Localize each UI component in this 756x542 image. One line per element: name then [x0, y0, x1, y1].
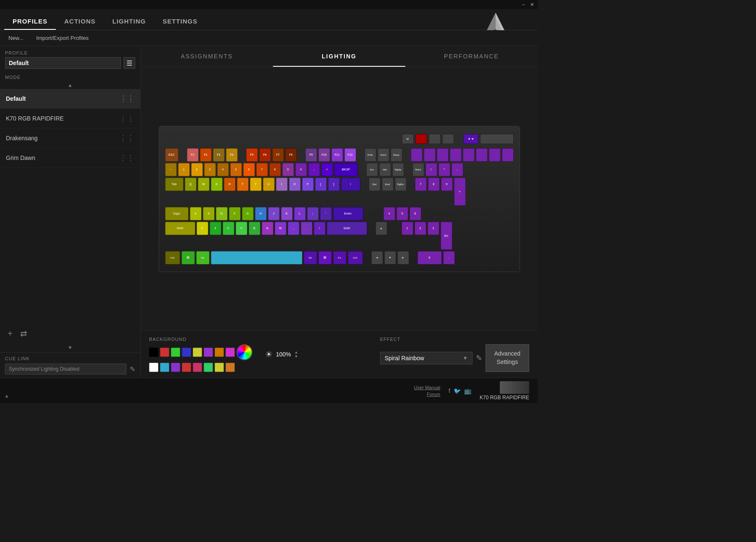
key-fn[interactable]: Fn — [333, 251, 346, 264]
key-y[interactable]: Y — [250, 178, 262, 191]
key-right[interactable]: ► — [397, 251, 409, 264]
key-del[interactable]: Del — [369, 178, 381, 191]
key-extra7[interactable] — [489, 148, 501, 162]
key-6[interactable]: 6 — [243, 163, 255, 176]
key-d[interactable]: D — [216, 207, 228, 220]
key-lctrl[interactable]: Ctrl — [165, 251, 180, 264]
key-w[interactable]: W — [198, 178, 210, 191]
tab-performance[interactable]: PERFORMANCE — [405, 46, 538, 67]
key-z[interactable]: Z — [197, 222, 208, 235]
key-num4[interactable]: 4 — [383, 207, 395, 220]
key-2[interactable]: 2 — [191, 163, 203, 176]
swatch-yellow2[interactable] — [215, 363, 224, 372]
key-quote[interactable]: ' — [320, 207, 332, 220]
user-manual-link[interactable]: User Manual — [414, 385, 440, 390]
add-profile-button[interactable]: ＋ — [6, 327, 14, 339]
key-f11[interactable]: F11 — [331, 148, 343, 162]
advanced-settings-button[interactable]: AdvancedSettings — [486, 344, 529, 372]
key-j[interactable]: J — [268, 207, 280, 220]
key-extra1[interactable] — [411, 148, 423, 162]
swatch-lime[interactable] — [204, 363, 213, 372]
key-pgdn[interactable]: PgDn — [395, 178, 407, 191]
facebook-icon[interactable]: f — [449, 388, 450, 394]
key-vol-down[interactable]: ◄◄ — [463, 134, 478, 144]
key-4[interactable]: 4 — [217, 163, 229, 176]
key-num-enter[interactable]: En — [441, 222, 452, 250]
swatch-violet[interactable] — [171, 363, 180, 372]
key-u[interactable]: U — [263, 178, 275, 191]
key-7[interactable]: 7 — [256, 163, 268, 176]
key-num1[interactable]: 1 — [402, 222, 413, 235]
key-m[interactable]: M — [275, 222, 286, 235]
key-num-div[interactable]: / — [425, 163, 437, 176]
key-ctrl2[interactable] — [442, 134, 454, 144]
scroll-down-button[interactable]: ▼ — [0, 343, 140, 352]
tab-assignments[interactable]: ASSIGNMENTS — [141, 46, 273, 67]
key-rctrl[interactable]: Ctrl — [348, 251, 363, 264]
key-n[interactable]: N — [262, 222, 273, 235]
key-pgup[interactable]: PgUp — [392, 163, 404, 176]
key-ralt[interactable]: Alt — [304, 251, 317, 264]
key-equals[interactable]: = — [321, 163, 333, 176]
key-end[interactable]: End — [382, 178, 394, 191]
key-q[interactable]: Q — [185, 178, 197, 191]
swatch-rose[interactable] — [193, 363, 202, 372]
key-f3[interactable]: F3 — [213, 148, 225, 162]
key-vol-slider[interactable] — [480, 134, 514, 144]
swatch-white[interactable] — [149, 363, 158, 372]
swatch-yellow[interactable] — [193, 348, 202, 357]
key-extra5[interactable] — [463, 148, 475, 162]
swatch-red2[interactable] — [182, 363, 191, 372]
swatch-pink[interactable] — [226, 348, 235, 357]
key-tilde[interactable]: ~ — [165, 163, 177, 176]
key-num0[interactable]: 0 — [417, 251, 442, 264]
key-rshift[interactable]: Shift — [327, 222, 367, 235]
profile-item-default[interactable]: Default ⋮⋮ — [0, 89, 140, 109]
profile-item-grimdawn[interactable]: Grim Dawn ⋮⋮ — [0, 148, 140, 168]
twitter-icon[interactable]: 🐦 — [454, 388, 461, 394]
key-f6[interactable]: F6 — [259, 148, 271, 162]
key-f4[interactable]: F4 — [226, 148, 238, 162]
key-comma[interactable]: , — [288, 222, 299, 235]
key-i[interactable]: I — [276, 178, 288, 191]
key-h[interactable]: H — [255, 207, 267, 220]
key-prtsc[interactable]: PrtSc — [365, 148, 376, 162]
key-1[interactable]: 1 — [178, 163, 190, 176]
key-s[interactable]: S — [203, 207, 215, 220]
key-scrlk[interactable]: ScrLk — [378, 148, 389, 162]
key-f[interactable]: F — [229, 207, 241, 220]
key-tab[interactable]: Tab — [165, 178, 184, 191]
key-extra2[interactable] — [424, 148, 436, 162]
key-num3[interactable]: 3 — [428, 222, 439, 235]
key-lalt[interactable]: Alt — [196, 251, 210, 264]
key-up[interactable]: ▲ — [375, 222, 387, 235]
key-c[interactable]: C — [223, 222, 234, 235]
key-num-sub[interactable]: - — [452, 163, 463, 176]
profile-dropdown[interactable]: Default — [5, 57, 121, 69]
key-3[interactable]: 3 — [204, 163, 216, 176]
key-r[interactable]: R — [224, 178, 236, 191]
key-num-add[interactable]: + — [454, 178, 466, 206]
key-x[interactable]: X — [210, 222, 221, 235]
key-extra8[interactable] — [502, 148, 514, 162]
swatch-red[interactable] — [160, 348, 169, 357]
key-esc[interactable]: ESC — [165, 148, 178, 162]
key-g[interactable]: G — [242, 207, 254, 220]
key-backspace[interactable]: BKSP — [334, 163, 358, 176]
key-t[interactable]: T — [237, 178, 249, 191]
key-capslock[interactable]: Caps — [165, 207, 189, 220]
key-o[interactable]: O — [289, 178, 301, 191]
key-lshift[interactable]: Shift — [165, 222, 195, 235]
key-num7[interactable]: 7 — [415, 178, 427, 191]
key-num-dot[interactable]: . — [443, 251, 455, 264]
key-lwin[interactable]: ⊞ — [181, 251, 195, 264]
brightness-up-button[interactable]: ▲ — [294, 351, 298, 354]
key-down[interactable]: ▼ — [384, 251, 396, 264]
key-8[interactable]: 8 — [269, 163, 281, 176]
key-rwin[interactable]: ⊞ — [318, 251, 332, 264]
key-fwdslash[interactable]: / — [314, 222, 326, 235]
key-semicolon[interactable]: ; — [307, 207, 319, 220]
nav-tab-lighting[interactable]: LIGHTING — [104, 14, 155, 30]
key-rbracket[interactable]: ] — [328, 178, 340, 191]
key-l[interactable]: L — [294, 207, 306, 220]
